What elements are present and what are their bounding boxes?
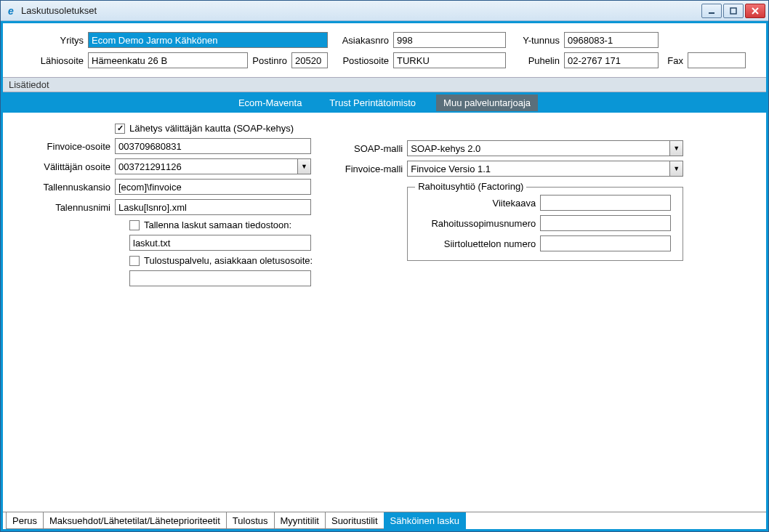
soap-malli-input[interactable] [408, 141, 669, 156]
maximize-button[interactable] [723, 4, 744, 18]
app-icon: e [5, 5, 17, 17]
asiakasnro-input[interactable] [393, 32, 506, 48]
lahetys-valittajan-checkbox[interactable] [115, 124, 125, 134]
app-window: e Laskutusoletukset Yritys Asiakasnro Y-… [0, 0, 769, 532]
tab-maksuehdot[interactable]: Maksuehdot/Lähetetilat/Läheteprioriteeti… [43, 512, 227, 529]
bottom-tabs: Perus Maksuehdot/Lähetetilat/Läheteprior… [3, 512, 766, 529]
tallenna-laskut-file-input[interactable] [129, 235, 311, 251]
viitekaava-label: Viitekaava [416, 198, 540, 209]
chevron-down-icon[interactable]: ▼ [669, 141, 683, 156]
tab-tulostus[interactable]: Tulostus [226, 512, 275, 529]
lahiosoite-input[interactable] [88, 52, 248, 68]
postinro-label: Postinro [248, 55, 291, 66]
finvoice-malli-label: Finvoice-malli [334, 164, 407, 174]
valittajan-osoite-combo[interactable]: ▼ [115, 158, 311, 174]
lahiosoite-label: Lähiosoite [12, 55, 88, 66]
puhelin-input[interactable] [564, 52, 659, 68]
finvoice-osoite-label: Finvoice-osoite [13, 141, 115, 152]
finvoice-malli-combo[interactable]: ▼ [407, 161, 683, 177]
tallennuskansio-label: Tallennuskansio [13, 182, 115, 193]
ytunnus-input[interactable] [564, 32, 659, 48]
right-column: SOAP-malli ▼ Finvoice-malli ▼ Rahoitusyh… [334, 140, 683, 261]
talennusnimi-label: Talennusnimi [13, 202, 115, 213]
puhelin-label: Puhelin [506, 55, 564, 66]
yritys-input[interactable] [88, 32, 328, 48]
close-button[interactable] [745, 4, 765, 18]
svg-rect-0 [709, 12, 714, 14]
yritys-label: Yritys [12, 35, 88, 46]
valittajan-osoite-input[interactable] [116, 159, 297, 174]
viitekaava-input[interactable] [540, 195, 671, 211]
svg-rect-1 [730, 8, 736, 14]
talennusnimi-input[interactable] [115, 199, 311, 215]
maximize-icon [730, 7, 737, 15]
tab-muu-palveluntarjoaja[interactable]: Muu palveluntarjoaja [436, 94, 538, 111]
postiosoite-input[interactable] [393, 52, 506, 68]
fax-input[interactable] [688, 52, 746, 68]
lahetys-valittajan-label: Lähetys välittäjän kautta (SOAP-kehys) [129, 123, 294, 134]
tab-myyntitilit[interactable]: Myyntitilit [274, 512, 326, 529]
chevron-down-icon[interactable]: ▼ [669, 161, 683, 176]
titlebar: e Laskutusoletukset [1, 1, 768, 21]
tallenna-laskut-checkbox[interactable] [129, 220, 140, 230]
postiosoite-label: Postiosoite [328, 55, 393, 66]
finvoice-malli-input[interactable] [408, 161, 669, 176]
chevron-down-icon[interactable]: ▼ [297, 159, 310, 174]
window-buttons [701, 4, 765, 18]
tab-sahkoinen-lasku[interactable]: Sähköinen lasku [384, 512, 466, 529]
header-form: Yritys Asiakasnro Y-tunnus Lähiosoite Po… [3, 28, 766, 77]
content-area: Yritys Asiakasnro Y-tunnus Lähiosoite Po… [1, 21, 768, 531]
section-header: Lisätiedot [3, 77, 766, 92]
valittajan-osoite-label: Välittäjän osoite [13, 161, 115, 172]
finvoice-osoite-input[interactable] [115, 138, 311, 154]
tulostuspalvelu-checkbox[interactable] [129, 256, 140, 266]
blue-tab-bar: Ecom-Maventa Trust Perintätoimisto Muu p… [3, 92, 766, 113]
minimize-icon [708, 7, 715, 15]
tallennuskansio-input[interactable] [115, 179, 311, 195]
fax-label: Fax [659, 55, 688, 66]
form-body: Lähetys välittäjän kautta (SOAP-kehys) F… [3, 113, 766, 512]
minimize-button[interactable] [701, 4, 722, 18]
tab-perus[interactable]: Perus [6, 512, 44, 529]
rahoitussopimusnumero-label: Rahoitussopimusnumero [416, 218, 540, 229]
tulostuspalvelu-label: Tulostuspalvelu, asiakkaan oletusosoite: [144, 255, 313, 266]
soap-malli-label: SOAP-malli [334, 143, 407, 154]
factoring-legend: Rahoitusyhtiö (Factoring) [415, 181, 526, 192]
siirtoluettelon-label: Siirtoluettelon numero [416, 238, 540, 249]
ytunnus-label: Y-tunnus [506, 35, 564, 46]
factoring-fieldset: Rahoitusyhtiö (Factoring) Viitekaava Rah… [407, 187, 683, 261]
asiakasnro-label: Asiakasnro [328, 35, 393, 46]
tab-trust-perinta[interactable]: Trust Perintätoimisto [322, 94, 423, 111]
rahoitussopimusnumero-input[interactable] [540, 215, 671, 231]
tab-ecom-maventa[interactable]: Ecom-Maventa [231, 94, 309, 111]
soap-malli-combo[interactable]: ▼ [407, 140, 683, 156]
window-title: Laskutusoletukset [21, 5, 701, 16]
left-column: Lähetys välittäjän kautta (SOAP-kehys) F… [13, 123, 313, 286]
close-icon [752, 7, 759, 15]
tallenna-laskut-label: Tallenna laskut samaan tiedostoon: [144, 219, 291, 230]
tulostuspalvelu-input[interactable] [129, 270, 311, 286]
tab-suoritustilit[interactable]: Suoritustilit [325, 512, 384, 529]
postinro-input[interactable] [291, 52, 328, 68]
siirtoluettelon-input[interactable] [540, 235, 671, 251]
